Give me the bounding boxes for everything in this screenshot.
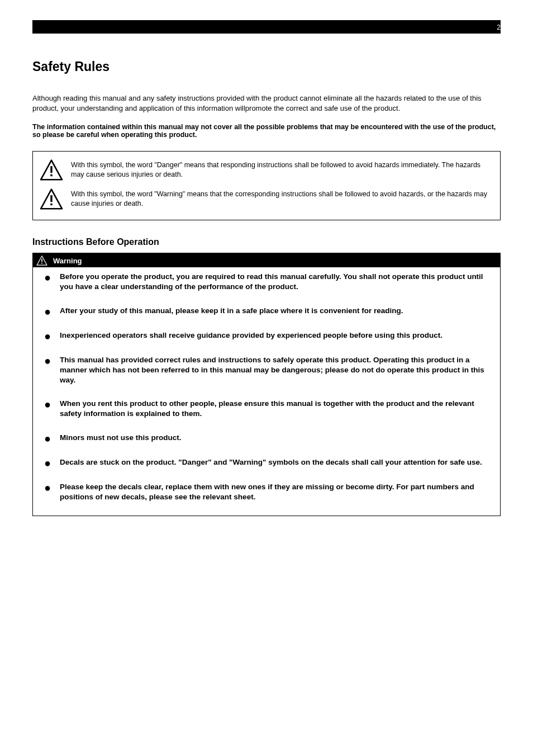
bullet-icon: ● [44,399,52,419]
warning-text: With this symbol, the word "Warning" mea… [71,188,489,209]
danger-text: With this symbol, the word "Danger" mean… [71,159,489,179]
warning-triangle-icon [40,188,63,210]
warning-item-text: Decals are stuck on the product. "Danger… [60,457,489,469]
warnings-box: Warning ●Before you operate the product,… [32,253,501,516]
svg-rect-8 [41,263,42,264]
warning-item-text: When you rent this product to other peop… [60,399,489,419]
warning-triangle-icon [36,256,47,266]
title-bar [32,20,501,34]
warning-item-text: This manual has provided correct rules a… [60,355,489,386]
warnings-list: ●Before you operate the product, you are… [33,267,500,516]
svg-rect-7 [41,259,42,262]
warnings-header-label: Warning [53,257,82,265]
bullet-icon: ● [44,482,52,502]
warning-triangle-icon [40,159,63,181]
warning-item-text: Inexperienced operators shall receive gu… [60,330,489,342]
bullet-icon: ● [44,306,52,317]
svg-rect-1 [50,166,52,173]
warning-item-text: Minors must not use this product. [60,433,489,444]
list-item: ●Inexperienced operators shall receive g… [44,330,489,342]
intro-paragraph: Although reading this manual and any saf… [32,93,501,113]
intro-bold: The information contained within this ma… [32,123,501,139]
bullet-icon: ● [44,355,52,386]
svg-rect-5 [50,204,52,205]
bullet-icon: ● [44,433,52,444]
bullet-icon: ● [44,330,52,342]
list-item: ●This manual has provided correct rules … [44,355,489,386]
warning-item-text: After your study of this manual, please … [60,306,489,317]
list-item: ●After your study of this manual, please… [44,306,489,317]
warning-item-text: Please keep the decals clear, replace th… [60,482,489,502]
svg-rect-4 [50,195,52,202]
list-item: ●Before you operate the product, you are… [44,272,489,292]
section-title: Safety Rules [32,59,501,74]
list-item: ●Minors must not use this product. [44,433,489,444]
list-item: ●Please keep the decals clear, replace t… [44,482,489,502]
bullet-icon: ● [44,272,52,292]
list-item: ●When you rent this product to other peo… [44,399,489,419]
danger-row: With this symbol, the word "Danger" mean… [40,159,489,181]
safety-notice-box: With this symbol, the word "Danger" mean… [32,151,501,220]
warning-item-text: Before you operate the product, you are … [60,272,489,292]
warning-row: With this symbol, the word "Warning" mea… [40,188,489,210]
warnings-header: Warning [33,253,500,267]
instructions-title: Instructions Before Operation [32,237,501,247]
bullet-icon: ● [44,457,52,469]
page: 2 Safety Rules Although reading this man… [0,0,533,756]
page-number: 2 [497,23,501,31]
list-item: ●Decals are stuck on the product. "Dange… [44,457,489,469]
svg-rect-2 [50,174,52,176]
